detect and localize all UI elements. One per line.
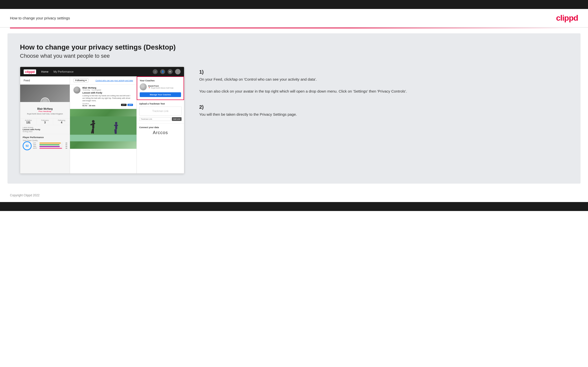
bar-app: APP 85 (33, 144, 67, 146)
profile-avatar-inner (41, 98, 49, 102)
control-privacy-link[interactable]: Control who can see your activity and da… (95, 79, 133, 82)
post-image (70, 109, 136, 149)
profile-name: Blair McHarg (22, 107, 68, 110)
person-icon[interactable]: 👤 (160, 69, 165, 74)
duration-label: Duration (82, 103, 95, 105)
svg-rect-11 (114, 125, 118, 126)
post-title: Lesson with Fordy (82, 92, 133, 94)
copyright-text: Copyright Clippd 2022 (10, 194, 40, 197)
coaches-section: Your Coaches David Ford 📍 Royal North De… (137, 76, 184, 100)
app-right: Your Coaches David Ford 📍 Royal North De… (137, 76, 184, 173)
bar-ott-num: 90 (64, 142, 67, 144)
player-quality-label: Total Player Quality (23, 140, 67, 141)
duration-tags: OTT APP (121, 104, 133, 106)
instruction-2-number: 2) (199, 104, 563, 110)
bar-app-label: APP (33, 144, 39, 146)
bar-arg: ARG 86 (33, 146, 67, 147)
latest-activity-label: Latest Activity (23, 127, 67, 128)
bar-arg-num: 86 (64, 146, 67, 147)
tag-ott: OTT (121, 104, 127, 106)
bar-putt-fill (39, 148, 62, 149)
duration-value: 01 hr : 30 min (82, 105, 95, 107)
stat-activities-label: Activities (21, 119, 36, 121)
svg-rect-3 (70, 135, 136, 142)
app-navbar: clippd Home My Performance ⌕ 👤 ⊕ (20, 67, 184, 76)
page-heading: How to change your privacy settings (Des… (20, 43, 568, 51)
latest-activity: Latest Activity Lesson with Fordy 03 Aug… (20, 125, 70, 134)
coach-club-text: Royal North Devon Golf Club (151, 87, 173, 89)
svg-point-9 (115, 122, 117, 124)
bar-putt: PUTT 96 (33, 148, 67, 149)
player-perf-title: Player Performance (23, 136, 67, 139)
page-subheading: Choose what you want people to see (20, 53, 568, 59)
bar-app-fill (39, 144, 60, 145)
coach-club: 📍 Royal North Devon Golf Club (148, 87, 181, 89)
header-line (10, 28, 578, 28)
stat-followers-label: Followers (37, 119, 53, 121)
player-quality-row: 92 OTT 90 APP (23, 141, 67, 150)
bar-putt-label: PUTT (33, 148, 39, 149)
manage-coaches-button[interactable]: Manage Your Coaches (140, 92, 181, 97)
chevron-down-icon: ▾ (85, 79, 87, 82)
coach-name: David Ford (148, 85, 181, 87)
app-sidebar: Feed Blair McHarg Plus Handicap Royal No… (20, 76, 70, 173)
profile-info: Blair McHarg Plus Handicap Royal North D… (20, 102, 70, 117)
player-performance: Player Performance Total Player Quality … (20, 134, 70, 152)
trackman-input[interactable] (139, 117, 171, 121)
post-description: Looking to feel like my hands are exitin… (82, 95, 133, 102)
post-content: Blair McHarg Yesterday · Sunningdale Les… (82, 87, 133, 107)
stat-following-label: Following (54, 119, 69, 121)
profile-handicap: Plus Handicap (22, 110, 68, 112)
stat-following: Following 4 (53, 118, 70, 125)
post-meta: Yesterday · Sunningdale (82, 89, 133, 91)
stat-activities-value: 131 (21, 121, 36, 124)
following-button[interactable]: Following ▾ (73, 78, 88, 82)
add-link-button[interactable]: Add Link (172, 117, 182, 121)
stat-followers: Followers 3 (37, 118, 54, 125)
app-feed: Following ▾ Control who can see your act… (70, 76, 137, 173)
location-icon: 📍 (148, 87, 150, 89)
nav-my-performance[interactable]: My Performance (54, 70, 74, 73)
upload-title: Upload a Trackman Test (139, 103, 182, 105)
profile-club: Royal North Devon Golf Club, United King… (22, 113, 68, 115)
feed-post: Blair McHarg Yesterday · Sunningdale Les… (70, 85, 136, 109)
bar-ott-track (39, 143, 63, 144)
trackman-placeholder: Trackman Link (139, 106, 182, 116)
post-duration: Duration 01 hr : 30 min OTT APP (82, 103, 133, 107)
search-icon[interactable]: ⌕ (153, 69, 158, 74)
header: How to change your privacy settings clip… (0, 9, 588, 28)
profile-header (20, 85, 70, 102)
top-bar (0, 0, 588, 9)
feed-tab[interactable]: Feed (20, 76, 70, 85)
app-nav-icons: ⌕ 👤 ⊕ (153, 69, 181, 74)
latest-activity-date: 03 Aug 2022 (23, 131, 67, 132)
app-body: Feed Blair McHarg Plus Handicap Royal No… (20, 76, 184, 173)
user-avatar-icon[interactable] (175, 69, 181, 74)
bar-ott-label: OTT (33, 142, 39, 144)
add-icon[interactable]: ⊕ (168, 69, 173, 74)
connect-section: Connect your data Arccos (137, 124, 184, 138)
quality-circle: 92 (23, 141, 32, 150)
nav-home[interactable]: Home (41, 70, 48, 73)
latest-activity-value: Lesson with Fordy (23, 128, 67, 131)
bar-ott-fill (39, 143, 61, 144)
app-logo: clippd (24, 69, 36, 74)
instruction-1-number: 1) (199, 69, 563, 75)
stat-activities: Activities 131 (20, 118, 37, 125)
clippd-logo: clippd (556, 13, 578, 23)
tag-app: APP (128, 104, 133, 106)
app-mockup: clippd Home My Performance ⌕ 👤 ⊕ Feed (20, 67, 184, 174)
connect-title: Connect your data (139, 126, 182, 129)
upload-section: Upload a Trackman Test Trackman Link Add… (137, 100, 184, 124)
header-title: How to change your privacy settings (10, 16, 70, 20)
profile-stats: Activities 131 Followers 3 Following 4 (20, 118, 70, 125)
post-author: Blair McHarg (82, 87, 133, 89)
two-col-layout: clippd Home My Performance ⌕ 👤 ⊕ Feed (20, 67, 568, 174)
bottom-bar (0, 202, 588, 211)
main-content: How to change your privacy settings (Des… (7, 33, 581, 184)
instruction-1-text: On your Feed, click/tap on 'Control who … (199, 76, 563, 94)
bar-putt-track (39, 148, 63, 149)
bar-app-track (39, 144, 63, 145)
post-avatar (73, 87, 80, 94)
coach-avatar (140, 83, 147, 90)
